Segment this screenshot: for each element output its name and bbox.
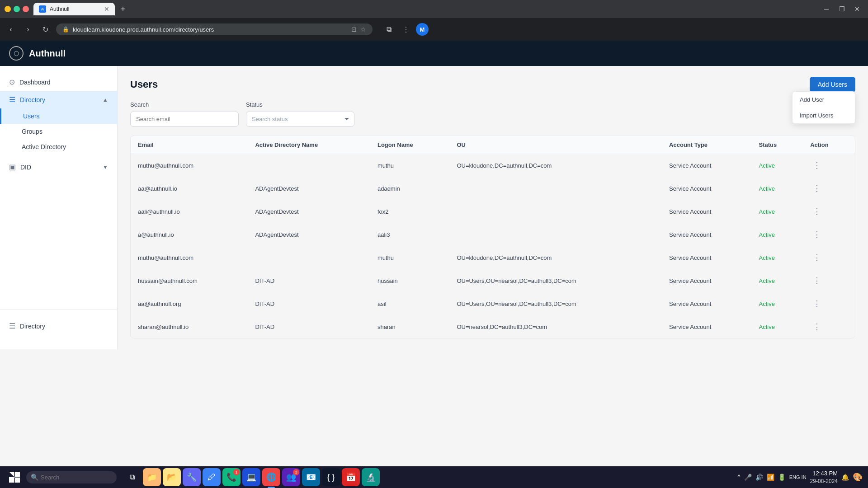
color-theme-icon[interactable]: 🎨 xyxy=(853,472,863,482)
browser-menu-icon[interactable]: ⋮ xyxy=(399,22,413,37)
new-tab-button[interactable]: + xyxy=(117,3,129,15)
browser-titlebar: A Authnull ✕ + ─ ❐ ✕ xyxy=(0,0,868,18)
wifi-icon[interactable]: 📶 xyxy=(767,474,774,481)
teams-icon: 👥 3 xyxy=(282,468,300,486)
app-header: ⬡ Authnull xyxy=(0,41,868,66)
page-title: Users xyxy=(130,79,158,90)
sidebar-bottom-directory[interactable]: ☰ Directory xyxy=(0,317,117,335)
bookmark-icon[interactable]: ☆ xyxy=(360,26,366,33)
cell-email: sharan@authnull.io xyxy=(131,315,248,338)
table-row: sharan@authnull.io DIT-AD sharan OU=near… xyxy=(131,315,855,338)
content-area: Users Add Users Add User Import Users Se… xyxy=(118,66,868,349)
browser-right-tools: ⧉ ⋮ M xyxy=(382,22,429,37)
row-action-btn[interactable]: ⋮ xyxy=(810,183,824,194)
notification-icon[interactable]: 🔔 xyxy=(841,474,849,481)
search-status-select[interactable]: Search status xyxy=(246,112,354,127)
sidebar-bottom-label: Directory xyxy=(20,323,108,330)
task-view-btn[interactable]: ⧉ xyxy=(123,468,141,486)
sidebar-sub-item-users[interactable]: Users xyxy=(0,108,117,124)
window-restore-btn[interactable]: ❐ xyxy=(835,3,848,15)
cell-ou: OU=kloudone,DC=authnull,DC=com xyxy=(449,154,662,177)
cell-email: muthu@authnull.com xyxy=(131,154,248,177)
cell-status: Active xyxy=(752,223,803,246)
col-action: Action xyxy=(803,136,855,154)
tab-favicon: A xyxy=(39,5,46,13)
row-action-btn[interactable]: ⋮ xyxy=(810,275,824,286)
main-layout: ⊙ Dashboard ☰ Directory ▲ Users Groups A… xyxy=(0,66,868,349)
sidebar-bottom: ☰ Directory xyxy=(0,310,117,342)
sidebar-users-label: Users xyxy=(23,113,40,120)
browser-window-controls xyxy=(5,6,29,12)
taskbar-clock[interactable]: 12:43 PM 29-08-2024 xyxy=(810,469,838,485)
forward-button[interactable]: › xyxy=(22,23,34,36)
sidebar-dashboard-label: Dashboard xyxy=(19,79,108,86)
search-email-input[interactable] xyxy=(130,112,239,127)
row-action-btn[interactable]: ⋮ xyxy=(810,252,824,263)
row-action-btn[interactable]: ⋮ xyxy=(810,206,824,217)
cell-action: ⋮ xyxy=(803,315,855,338)
cell-logon: asif xyxy=(370,292,449,315)
chevron-up-icon[interactable]: ^ xyxy=(737,474,741,481)
sidebar-did-label: DID xyxy=(20,164,98,171)
browser-tab[interactable]: A Authnull ✕ xyxy=(33,3,115,15)
tab-close-btn[interactable]: ✕ xyxy=(104,5,109,13)
col-ou: OU xyxy=(449,136,662,154)
cell-action: ⋮ xyxy=(803,223,855,246)
sidebar-item-did[interactable]: ▣ DID ▼ xyxy=(0,158,117,176)
row-action-btn[interactable]: ⋮ xyxy=(810,298,824,310)
phone-icon: 📞 1 xyxy=(222,468,241,486)
cell-status: Active xyxy=(752,292,803,315)
cell-ad-name: ADAgentDevtest xyxy=(248,223,370,246)
calendar-icon: 📅 xyxy=(342,468,360,486)
app-title: Authnull xyxy=(29,48,66,59)
table-row: aali@authnull.io ADAgentDevtest fox2 Ser… xyxy=(131,200,855,223)
window-minimize-btn[interactable]: ─ xyxy=(820,3,833,15)
volume-icon[interactable]: 🔊 xyxy=(755,474,763,481)
url-text: kloudlearn.kloudone.prod.authnull.com/di… xyxy=(73,26,348,33)
sidebar-sub-item-active-directory[interactable]: Active Directory xyxy=(0,139,117,155)
sidebar-groups-label: Groups xyxy=(22,128,42,135)
cell-ou: OU=kloudone,DC=authnull,DC=com xyxy=(449,246,662,269)
notification-badge: 1 xyxy=(233,469,240,475)
sidebar-sub-item-groups[interactable]: Groups xyxy=(0,124,117,139)
minimize-btn[interactable] xyxy=(5,6,11,12)
taskbar: 🔍 ⧉ 📁 📂 🔧 🖊 📞 1 💻 🌐 👥 3 xyxy=(0,466,868,488)
start-button[interactable] xyxy=(5,468,24,486)
users-table: Email Active Directory Name Logon Name O… xyxy=(131,136,855,338)
status-filter-group: Status Search status xyxy=(246,101,354,127)
address-bar[interactable]: 🔒 kloudlearn.kloudone.prod.authnull.com/… xyxy=(56,23,373,35)
table-header: Email Active Directory Name Logon Name O… xyxy=(131,136,855,154)
mic-icon: 🎤 xyxy=(744,474,752,481)
window-close-btn[interactable]: ✕ xyxy=(851,3,863,15)
cell-email: aa@authnull.org xyxy=(131,292,248,315)
cell-ad-name: ADAgentDevtest xyxy=(248,177,370,200)
row-action-btn[interactable]: ⋮ xyxy=(810,160,824,171)
tab-title: Authnull xyxy=(50,6,69,12)
cast-icon[interactable]: ⊡ xyxy=(351,26,357,33)
import-users-item[interactable]: Import Users xyxy=(793,108,855,123)
sidebar-item-dashboard[interactable]: ⊙ Dashboard xyxy=(0,73,117,91)
back-button[interactable]: ‹ xyxy=(5,23,17,36)
extensions-icon[interactable]: ⧉ xyxy=(382,22,396,37)
cell-account-type: Service Account xyxy=(662,223,751,246)
browser-icon: 🌐 xyxy=(262,468,280,486)
cell-account-type: Service Account xyxy=(662,177,751,200)
cell-account-type: Service Account xyxy=(662,315,751,338)
taskbar-search-input[interactable] xyxy=(26,471,117,483)
add-user-item[interactable]: Add User xyxy=(793,92,855,108)
refresh-button[interactable]: ↻ xyxy=(39,23,52,36)
teams-badge: 3 xyxy=(293,469,299,475)
sidebar-item-directory[interactable]: ☰ Directory ▲ xyxy=(0,91,117,108)
table-row: aa@authnull.org DIT-AD asif OU=Users,OU=… xyxy=(131,292,855,315)
cell-ou: OU=Users,OU=nearsol,DC=authull3,DC=com xyxy=(449,269,662,292)
close-btn[interactable] xyxy=(23,6,29,12)
row-action-btn[interactable]: ⋮ xyxy=(810,321,824,333)
search-filter-group: Search xyxy=(130,101,239,127)
cell-logon: muthu xyxy=(370,246,449,269)
maximize-btn[interactable] xyxy=(14,6,20,12)
browser-profile-avatar[interactable]: M xyxy=(416,23,429,36)
cell-email: aali@authnull.io xyxy=(131,200,248,223)
cell-action: ⋮ xyxy=(803,200,855,223)
add-users-button[interactable]: Add Users xyxy=(810,77,855,92)
row-action-btn[interactable]: ⋮ xyxy=(810,229,824,240)
